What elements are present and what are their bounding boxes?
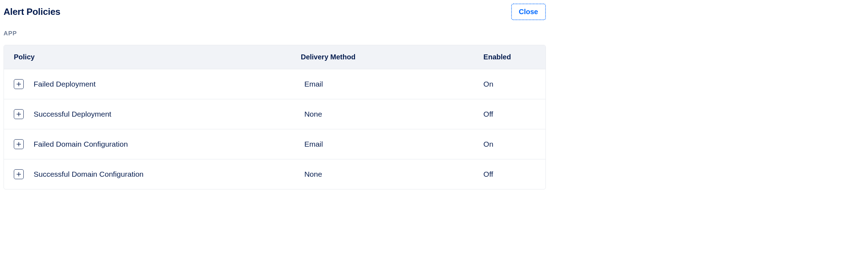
header-policy: Policy: [14, 53, 301, 61]
table-row: Failed DeploymentEmailOn: [4, 69, 546, 99]
enabled-status: Off: [484, 110, 536, 118]
close-button[interactable]: Close: [511, 4, 546, 20]
table-row: Successful Domain ConfigurationNoneOff: [4, 159, 546, 189]
policy-name: Failed Deployment: [34, 80, 96, 88]
policies-table: Policy Delivery Method Enabled Failed De…: [4, 45, 546, 189]
header-enabled: Enabled: [484, 53, 536, 61]
expand-icon[interactable]: [14, 79, 24, 89]
table-row: Successful DeploymentNoneOff: [4, 99, 546, 129]
delivery-method: Email: [301, 140, 484, 148]
policy-cell: Successful Domain Configuration: [14, 169, 301, 179]
expand-icon[interactable]: [14, 169, 24, 179]
table-row: Failed Domain ConfigurationEmailOn: [4, 129, 546, 159]
enabled-status: On: [484, 80, 536, 88]
header-delivery: Delivery Method: [301, 53, 484, 61]
expand-icon[interactable]: [14, 109, 24, 119]
table-header: Policy Delivery Method Enabled: [4, 45, 546, 69]
page-header: Alert Policies Close: [4, 4, 546, 20]
page-title: Alert Policies: [4, 6, 61, 17]
delivery-method: None: [301, 170, 484, 178]
enabled-status: On: [484, 140, 536, 148]
enabled-status: Off: [484, 170, 536, 178]
delivery-method: Email: [301, 80, 484, 88]
policy-cell: Failed Deployment: [14, 79, 301, 89]
policy-name: Successful Deployment: [34, 110, 111, 118]
expand-icon[interactable]: [14, 139, 24, 149]
policy-name: Failed Domain Configuration: [34, 140, 128, 148]
policy-cell: Successful Deployment: [14, 109, 301, 119]
section-label: APP: [4, 30, 546, 37]
delivery-method: None: [301, 110, 484, 118]
policy-name: Successful Domain Configuration: [34, 170, 144, 178]
policy-cell: Failed Domain Configuration: [14, 139, 301, 149]
